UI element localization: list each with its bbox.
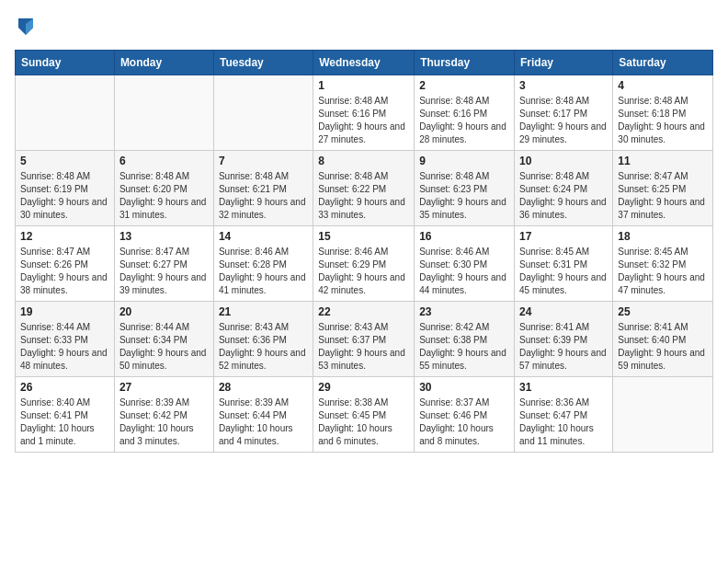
day-number: 3 [519,79,608,92]
calendar-cell: 28Sunrise: 8:39 AMSunset: 6:44 PMDayligh… [213,377,313,453]
day-number: 5 [20,155,109,167]
day-number: 8 [318,155,409,167]
day-info: Sunrise: 8:46 AMSunset: 6:30 PMDaylight:… [419,246,509,297]
day-info: Sunrise: 8:38 AMSunset: 6:45 PMDaylight:… [318,396,409,448]
header-thursday: Thursday [415,51,515,75]
day-info: Sunrise: 8:45 AMSunset: 6:32 PMDaylight:… [618,246,708,297]
calendar-cell [114,75,213,151]
calendar-cell: 18Sunrise: 8:45 AMSunset: 6:32 PMDayligh… [613,226,713,302]
calendar-cell: 26Sunrise: 8:40 AMSunset: 6:41 PMDayligh… [16,377,115,453]
day-number: 27 [119,381,209,394]
day-number: 6 [119,155,209,167]
day-info: Sunrise: 8:41 AMSunset: 6:39 PMDaylight:… [519,321,608,373]
calendar-cell [16,75,115,151]
day-info: Sunrise: 8:48 AMSunset: 6:22 PMDaylight:… [318,170,409,222]
day-number: 22 [318,305,409,318]
day-info: Sunrise: 8:39 AMSunset: 6:42 PMDaylight:… [119,396,209,448]
day-number: 13 [119,230,209,243]
day-info: Sunrise: 8:43 AMSunset: 6:36 PMDaylight:… [219,321,308,373]
day-number: 10 [519,155,608,167]
logo-icon [15,15,37,40]
day-info: Sunrise: 8:48 AMSunset: 6:19 PMDaylight:… [20,170,109,222]
day-number: 28 [219,381,308,394]
calendar-cell: 30Sunrise: 8:37 AMSunset: 6:46 PMDayligh… [415,377,515,453]
calendar-cell: 24Sunrise: 8:41 AMSunset: 6:39 PMDayligh… [515,302,613,377]
day-number: 19 [20,305,109,318]
calendar-cell: 3Sunrise: 8:48 AMSunset: 6:17 PMDaylight… [515,75,613,151]
day-info: Sunrise: 8:48 AMSunset: 6:18 PMDaylight:… [618,95,708,146]
calendar-cell: 20Sunrise: 8:44 AMSunset: 6:34 PMDayligh… [114,302,213,377]
calendar-cell [213,75,313,151]
day-info: Sunrise: 8:48 AMSunset: 6:24 PMDaylight:… [519,170,608,222]
day-number: 4 [618,79,708,92]
week-row-4: 19Sunrise: 8:44 AMSunset: 6:33 PMDayligh… [16,302,713,377]
calendar-cell: 25Sunrise: 8:41 AMSunset: 6:40 PMDayligh… [613,302,713,377]
calendar-cell: 15Sunrise: 8:46 AMSunset: 6:29 PMDayligh… [313,226,415,302]
day-info: Sunrise: 8:47 AMSunset: 6:26 PMDaylight:… [20,246,109,297]
calendar-cell: 7Sunrise: 8:48 AMSunset: 6:21 PMDaylight… [213,151,313,226]
day-info: Sunrise: 8:48 AMSunset: 6:20 PMDaylight:… [119,170,209,222]
day-number: 21 [219,305,308,318]
day-info: Sunrise: 8:45 AMSunset: 6:31 PMDaylight:… [519,246,608,297]
day-info: Sunrise: 8:47 AMSunset: 6:27 PMDaylight:… [119,246,209,297]
calendar-cell: 29Sunrise: 8:38 AMSunset: 6:45 PMDayligh… [313,377,415,453]
day-number: 17 [519,230,608,243]
header-saturday: Saturday [613,51,713,75]
calendar-cell: 16Sunrise: 8:46 AMSunset: 6:30 PMDayligh… [415,226,515,302]
day-number: 1 [318,79,409,92]
calendar-cell: 2Sunrise: 8:48 AMSunset: 6:16 PMDaylight… [415,75,515,151]
day-number: 2 [419,79,509,92]
day-info: Sunrise: 8:37 AMSunset: 6:46 PMDaylight:… [419,396,509,448]
calendar-cell: 6Sunrise: 8:48 AMSunset: 6:20 PMDaylight… [114,151,213,226]
calendar-cell: 4Sunrise: 8:48 AMSunset: 6:18 PMDaylight… [613,75,713,151]
calendar-cell: 19Sunrise: 8:44 AMSunset: 6:33 PMDayligh… [16,302,115,377]
calendar-cell: 22Sunrise: 8:43 AMSunset: 6:37 PMDayligh… [313,302,415,377]
day-number: 20 [119,305,209,318]
calendar-cell: 5Sunrise: 8:48 AMSunset: 6:19 PMDaylight… [16,151,115,226]
calendar-cell: 14Sunrise: 8:46 AMSunset: 6:28 PMDayligh… [213,226,313,302]
day-info: Sunrise: 8:48 AMSunset: 6:16 PMDaylight:… [318,95,409,146]
day-number: 9 [419,155,509,167]
page-header [15,15,713,40]
header-sunday: Sunday [16,51,115,75]
day-info: Sunrise: 8:46 AMSunset: 6:28 PMDaylight:… [219,246,308,297]
day-number: 15 [318,230,409,243]
day-number: 12 [20,230,109,243]
day-info: Sunrise: 8:48 AMSunset: 6:21 PMDaylight:… [219,170,308,222]
day-info: Sunrise: 8:41 AMSunset: 6:40 PMDaylight:… [618,321,708,373]
week-row-5: 26Sunrise: 8:40 AMSunset: 6:41 PMDayligh… [16,377,713,453]
calendar-cell: 1Sunrise: 8:48 AMSunset: 6:16 PMDaylight… [313,75,415,151]
header-monday: Monday [114,51,213,75]
day-number: 30 [419,381,509,394]
calendar-cell: 21Sunrise: 8:43 AMSunset: 6:36 PMDayligh… [213,302,313,377]
day-info: Sunrise: 8:36 AMSunset: 6:47 PMDaylight:… [519,396,608,448]
calendar-header-row: SundayMondayTuesdayWednesdayThursdayFrid… [16,51,713,75]
day-number: 26 [20,381,109,394]
day-number: 25 [618,305,708,318]
day-number: 18 [618,230,708,243]
day-info: Sunrise: 8:40 AMSunset: 6:41 PMDaylight:… [20,396,109,448]
day-info: Sunrise: 8:43 AMSunset: 6:37 PMDaylight:… [318,321,409,373]
day-number: 7 [219,155,308,167]
week-row-3: 12Sunrise: 8:47 AMSunset: 6:26 PMDayligh… [16,226,713,302]
day-number: 23 [419,305,509,318]
header-tuesday: Tuesday [213,51,313,75]
calendar-cell: 11Sunrise: 8:47 AMSunset: 6:25 PMDayligh… [613,151,713,226]
day-info: Sunrise: 8:48 AMSunset: 6:17 PMDaylight:… [519,95,608,146]
calendar-cell [613,377,713,453]
logo [15,15,39,40]
week-row-2: 5Sunrise: 8:48 AMSunset: 6:19 PMDaylight… [16,151,713,226]
day-number: 16 [419,230,509,243]
day-info: Sunrise: 8:46 AMSunset: 6:29 PMDaylight:… [318,246,409,297]
day-number: 14 [219,230,308,243]
day-info: Sunrise: 8:42 AMSunset: 6:38 PMDaylight:… [419,321,509,373]
header-wednesday: Wednesday [313,51,415,75]
week-row-1: 1Sunrise: 8:48 AMSunset: 6:16 PMDaylight… [16,75,713,151]
calendar-cell: 13Sunrise: 8:47 AMSunset: 6:27 PMDayligh… [114,226,213,302]
day-info: Sunrise: 8:48 AMSunset: 6:16 PMDaylight:… [419,95,509,146]
calendar-cell: 8Sunrise: 8:48 AMSunset: 6:22 PMDaylight… [313,151,415,226]
calendar-cell: 31Sunrise: 8:36 AMSunset: 6:47 PMDayligh… [515,377,613,453]
day-number: 11 [618,155,708,167]
header-friday: Friday [515,51,613,75]
day-number: 31 [519,381,608,394]
